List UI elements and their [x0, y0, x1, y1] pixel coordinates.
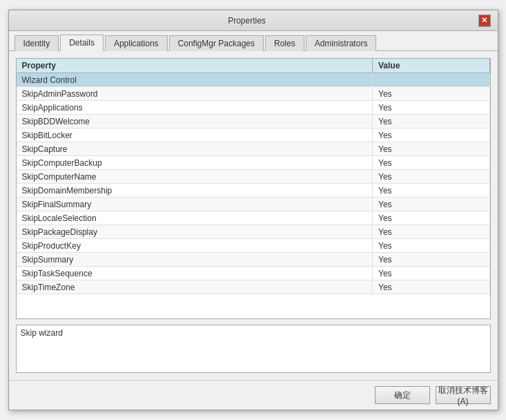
value-cell: Yes — [373, 156, 490, 170]
cancel-button[interactable]: 取消技术博客(A) — [436, 386, 491, 404]
value-cell: Yes — [373, 267, 490, 280]
value-cell — [373, 73, 490, 87]
value-cell: Yes — [373, 128, 490, 142]
table-row[interactable]: SkipSummaryYes — [17, 253, 490, 267]
properties-table: Property Value Wizard ControlSkipAdminPa… — [17, 59, 490, 294]
value-cell: Yes — [373, 225, 490, 239]
value-cell: Yes — [373, 253, 490, 267]
tab-configmgr-packages[interactable]: ConfigMgr Packages — [169, 35, 264, 51]
tab-identity[interactable]: Identity — [14, 35, 59, 51]
property-cell: SkipBitLocker — [17, 128, 373, 142]
properties-dialog: Properties ✕ Identity Details Applicatio… — [8, 10, 498, 410]
tab-administrators[interactable]: Administrators — [306, 35, 377, 51]
property-cell: SkipFinalSummary — [17, 198, 373, 211]
property-cell: SkipTimeZone — [17, 280, 373, 294]
value-cell: Yes — [373, 115, 490, 128]
confirm-button[interactable]: 确定 — [375, 386, 430, 404]
property-cell: SkipDomainMembership — [17, 184, 373, 198]
property-cell: SkipApplications — [17, 101, 373, 115]
content-area: Property Value Wizard ControlSkipAdminPa… — [9, 51, 498, 380]
table-row[interactable]: SkipProductKeyYes — [17, 239, 490, 253]
value-cell: Yes — [373, 198, 490, 211]
property-cell: SkipPackageDisplay — [17, 225, 373, 239]
table-header-row: Property Value — [17, 59, 490, 73]
property-cell: SkipCapture — [17, 142, 373, 156]
tab-details[interactable]: Details — [60, 35, 104, 51]
properties-table-container[interactable]: Property Value Wizard ControlSkipAdminPa… — [16, 58, 491, 319]
dialog-title: Properties — [16, 16, 478, 26]
column-header-property: Property — [17, 59, 373, 73]
table-row[interactable]: SkipTimeZoneYes — [17, 280, 490, 294]
tab-applications[interactable]: Applications — [105, 35, 168, 51]
property-cell: SkipBDDWelcome — [17, 115, 373, 128]
property-cell: SkipProductKey — [17, 239, 373, 253]
table-row[interactable]: SkipPackageDisplayYes — [17, 225, 490, 239]
value-cell: Yes — [373, 101, 490, 115]
value-cell: Yes — [373, 184, 490, 198]
property-cell: SkipTaskSequence — [17, 267, 373, 280]
property-cell: SkipComputerBackup — [17, 156, 373, 170]
property-cell: Wizard Control — [17, 73, 373, 87]
table-row[interactable]: SkipFinalSummaryYes — [17, 198, 490, 211]
table-row[interactable]: SkipAdminPasswordYes — [17, 87, 490, 101]
table-row[interactable]: SkipComputerBackupYes — [17, 156, 490, 170]
property-cell: SkipComputerName — [17, 170, 373, 184]
close-button[interactable]: ✕ — [478, 15, 491, 27]
description-box: Skip wizard — [16, 325, 491, 373]
value-cell: Yes — [373, 142, 490, 156]
table-row[interactable]: SkipCaptureYes — [17, 142, 490, 156]
table-row[interactable]: SkipBitLockerYes — [17, 128, 490, 142]
table-row[interactable]: SkipComputerNameYes — [17, 170, 490, 184]
value-cell: Yes — [373, 211, 490, 225]
value-cell: Yes — [373, 280, 490, 294]
footer: 确定 取消技术博客(A) — [9, 380, 498, 410]
property-cell: SkipAdminPassword — [17, 87, 373, 101]
value-cell: Yes — [373, 87, 490, 101]
table-row[interactable]: SkipApplicationsYes — [17, 101, 490, 115]
tabs-bar: Identity Details Applications ConfigMgr … — [9, 31, 498, 51]
value-cell: Yes — [373, 239, 490, 253]
property-cell: SkipLocaleSelection — [17, 211, 373, 225]
title-bar: Properties ✕ — [9, 10, 498, 31]
property-cell: SkipSummary — [17, 253, 373, 267]
table-row[interactable]: SkipLocaleSelectionYes — [17, 211, 490, 225]
table-row[interactable]: SkipBDDWelcomeYes — [17, 115, 490, 128]
table-row[interactable]: Wizard Control — [17, 73, 490, 87]
tab-roles[interactable]: Roles — [265, 35, 304, 51]
column-header-value: Value — [373, 59, 490, 73]
table-row[interactable]: SkipTaskSequenceYes — [17, 267, 490, 280]
table-row[interactable]: SkipDomainMembershipYes — [17, 184, 490, 198]
value-cell: Yes — [373, 170, 490, 184]
